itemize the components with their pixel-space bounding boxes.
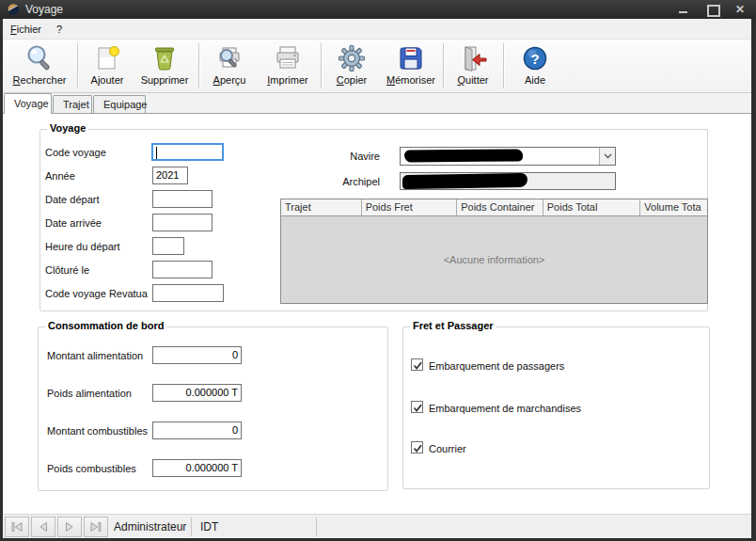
navire-redaction: [404, 149, 523, 162]
toolbar-separator: [77, 43, 78, 88]
rechercher-button[interactable]: Rechercher: [5, 41, 74, 91]
statusbar-user: Administrateur: [114, 520, 186, 533]
minimize-icon[interactable]: [677, 4, 690, 15]
check-icon: [412, 442, 424, 454]
imprimer-button[interactable]: Imprimer: [259, 41, 317, 91]
column-header-poids-fret[interactable]: Poids Fret: [362, 199, 458, 215]
poids-alimentation-field[interactable]: 0.000000 T: [152, 384, 242, 402]
last-record-icon: [89, 521, 102, 533]
recycle-bin-icon: [150, 43, 180, 73]
toolbar-separator: [503, 43, 504, 88]
aide-button[interactable]: ? Aide: [511, 41, 559, 91]
exit-door-icon: [458, 43, 488, 73]
montant-combustibles-label: Montant combustibles: [47, 425, 148, 437]
title-bar: Voyage ✕: [0, 0, 756, 19]
tab-trajet[interactable]: Trajet: [53, 95, 92, 113]
statusbar-separator: [191, 517, 192, 536]
imprimer-label: Imprimer: [267, 74, 307, 86]
menu-bar: Fichier ?: [3, 19, 751, 40]
menu-help[interactable]: ?: [49, 22, 70, 37]
quitter-label: Quitter: [457, 74, 488, 86]
column-header-poids-container[interactable]: Poids Container: [457, 199, 543, 215]
nav-last-button[interactable]: [84, 517, 108, 537]
combo-dropdown-button[interactable]: [599, 148, 615, 165]
maximize-icon[interactable]: [705, 4, 718, 15]
toolbar-separator: [443, 43, 444, 88]
code-voyage-label: Code voyage: [45, 147, 106, 158]
heure-depart-label: Heure du départ: [45, 241, 120, 252]
supprimer-label: Supprimer: [141, 74, 189, 86]
previous-record-icon: [37, 521, 50, 533]
date-arrivee-field[interactable]: [152, 214, 213, 231]
montant-alimentation-field[interactable]: 0: [152, 346, 242, 364]
nav-next-button[interactable]: [57, 517, 82, 537]
search-icon: [24, 43, 55, 73]
close-icon[interactable]: ✕: [733, 4, 747, 15]
next-record-icon: [63, 521, 76, 533]
toolbar-separator: [198, 43, 199, 88]
toolbar: Rechercher Ajouter Supprimer: [3, 40, 751, 93]
poids-combustibles-field[interactable]: 0.000000 T: [152, 459, 242, 477]
montant-alimentation-label: Montant alimentation: [47, 350, 143, 361]
statusbar-separator: [316, 517, 317, 536]
courrier-label[interactable]: Courrier: [429, 443, 466, 454]
consommation-group-title: Consommation de bord: [45, 320, 166, 331]
nav-first-button[interactable]: [5, 517, 29, 537]
trajets-table[interactable]: Trajet Poids Fret Poids Container Poids …: [280, 199, 708, 304]
statusbar-session: IDT: [200, 520, 218, 533]
tab-voyage[interactable]: Voyage: [4, 93, 52, 114]
floppy-disk-icon: [396, 43, 426, 73]
quitter-button[interactable]: Quitter: [449, 41, 497, 91]
courrier-checkbox[interactable]: [411, 441, 423, 453]
table-header-row: Trajet Poids Fret Poids Container Poids …: [281, 199, 707, 216]
voyage-group-title: Voyage: [47, 122, 88, 134]
apercu-button[interactable]: Aperçu: [203, 41, 256, 91]
montant-combustibles-field[interactable]: 0: [152, 422, 242, 439]
column-header-volume-total[interactable]: Volume Tota: [640, 199, 707, 215]
copier-button[interactable]: Copier: [326, 41, 377, 91]
column-header-trajet[interactable]: Trajet: [281, 199, 362, 215]
window-border-right: [751, 19, 756, 541]
code-revatua-field[interactable]: [152, 284, 224, 302]
code-revatua-label: Code voyage Revatua: [45, 288, 148, 299]
chevron-down-icon: [604, 153, 612, 159]
column-header-poids-total[interactable]: Poids Total: [543, 199, 641, 215]
window-border-left: [0, 19, 3, 541]
embarquement-passagers-label[interactable]: Embarquement de passagers: [429, 360, 564, 372]
tab-equipage[interactable]: Equipage: [93, 95, 146, 113]
date-depart-label: Date départ: [45, 194, 99, 205]
svg-text:?: ?: [530, 51, 539, 67]
code-voyage-field[interactable]: [151, 143, 224, 161]
check-icon: [412, 402, 424, 414]
annee-label: Année: [45, 170, 75, 182]
fret-group-title: Fret et Passager: [410, 320, 496, 331]
window-title: Voyage: [25, 3, 63, 16]
embarquement-marchandises-label[interactable]: Embarquement de marchandises: [429, 403, 581, 414]
date-depart-field[interactable]: [152, 190, 213, 208]
check-icon: [412, 359, 424, 372]
cloture-field[interactable]: [152, 261, 213, 278]
nav-previous-button[interactable]: [31, 517, 55, 537]
memoriser-button[interactable]: Mémoriser: [381, 41, 441, 91]
embarquement-marchandises-checkbox[interactable]: [411, 401, 423, 413]
supprimer-button[interactable]: Supprimer: [134, 41, 195, 91]
poids-combustibles-label: Poids combustibles: [47, 463, 136, 474]
poids-alimentation-label: Poids alimentation: [47, 388, 132, 399]
memoriser-label: Mémoriser: [386, 74, 435, 86]
embarquement-passagers-checkbox[interactable]: [411, 358, 423, 371]
heure-depart-field[interactable]: [152, 237, 184, 255]
cloture-label: Clôturé le: [45, 264, 89, 276]
printer-icon: [273, 43, 303, 73]
copier-label: Copier: [337, 74, 367, 86]
rechercher-label: Rechercher: [13, 74, 67, 86]
gear-icon: [337, 43, 367, 73]
aide-label: Aide: [525, 74, 545, 86]
status-bar: Administrateur IDT: [3, 514, 751, 538]
ajouter-button[interactable]: Ajouter: [82, 41, 133, 91]
annee-field[interactable]: 2021: [152, 167, 188, 184]
date-arrivee-label: Date arrivée: [45, 217, 102, 229]
apercu-label: Aperçu: [213, 74, 246, 86]
toolbar-separator: [321, 43, 322, 88]
text-caret: [156, 147, 157, 159]
menu-fichier[interactable]: Fichier: [3, 22, 49, 37]
